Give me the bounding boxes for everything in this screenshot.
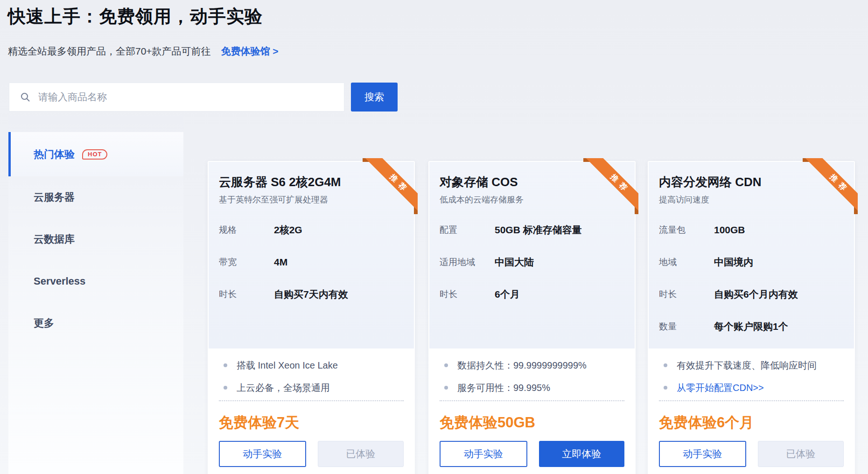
free-experience-hall-link[interactable]: 免费体验馆 >	[221, 46, 278, 56]
hot-badge: HOT	[82, 149, 107, 160]
spec-row: 适用地域中国大陆	[440, 246, 624, 278]
bullet-text: 有效提升下载速度、降低响应时间	[677, 359, 817, 372]
spec-row: 时长自购买7天内有效	[219, 278, 404, 310]
ribbon-fold	[414, 207, 418, 214]
bullet-item: 上云必备，全场景通用	[219, 376, 404, 399]
card-title: 内容分发网络 CDN	[659, 174, 844, 190]
product-card-cdn: 推荐内容分发网络 CDN提高访问速度流量包100GB地域中国境内时长自购买6个月…	[648, 161, 855, 474]
sidebar-item-cvm[interactable]: 云服务器	[8, 176, 183, 218]
hands-on-lab-button[interactable]: 动手实验	[219, 441, 306, 467]
spec-label: 时长	[219, 288, 274, 300]
ribbon-fold	[583, 158, 591, 162]
spec-value: 每个账户限购1个	[714, 320, 788, 333]
sidebar-item-cloud-database[interactable]: 云数据库	[8, 218, 183, 260]
cdn-tutorial-link[interactable]: 从零开始配置CDN>>	[677, 382, 764, 394]
card-body: 搭载 Intel Xeon Ice Lake上云必备，全场景通用免费体验7天动手…	[209, 349, 414, 467]
hands-on-lab-button[interactable]: 动手实验	[440, 441, 527, 467]
bullet-dot-icon	[224, 386, 227, 390]
sidebar-item-label: 更多	[34, 316, 54, 330]
spec-label: 带宽	[219, 256, 274, 268]
bullet-text: 数据持久性：99.9999999999%	[457, 359, 587, 372]
search-button[interactable]: 搜索	[351, 83, 398, 112]
spec-row: 流量包100GB	[659, 214, 844, 246]
card-actions: 动手实验已体验	[659, 441, 844, 467]
page-title: 快速上手：免费领用，动手实验	[8, 5, 263, 28]
bullet-item: 从零开始配置CDN>>	[659, 376, 844, 399]
spec-value: 自购买7天内有效	[274, 288, 348, 301]
spec-label: 流量包	[659, 224, 714, 236]
spec-row: 配置50GB 标准存储容量	[440, 214, 624, 246]
card-header: 对象存储 COS低成本的云端存储服务配置50GB 标准存储容量适用地域中国大陆时…	[429, 162, 635, 349]
free-trial-offer: 免费体验6个月	[659, 412, 844, 433]
card-subtitle: 提高访问速度	[659, 194, 844, 206]
search-input[interactable]	[37, 91, 327, 103]
bullet-item: 搭载 Intel Xeon Ice Lake	[219, 354, 404, 376]
spec-row: 规格2核2G	[219, 214, 404, 246]
spec-label: 配置	[440, 224, 495, 236]
spec-value: 自购买6个月内有效	[714, 288, 798, 301]
card-header: 云服务器 S6 2核2G4M基于英特尔至强可扩展处理器规格2核2G带宽4M时长自…	[209, 162, 414, 349]
product-card-cos: 推荐对象存储 COS低成本的云端存储服务配置50GB 标准存储容量适用地域中国大…	[428, 161, 636, 474]
dotted-divider	[219, 400, 404, 401]
spec-label: 规格	[219, 224, 274, 236]
search-box	[9, 83, 344, 112]
spec-value: 6个月	[495, 288, 520, 301]
spec-row: 时长自购买6个月内有效	[659, 278, 844, 310]
hands-on-lab-button[interactable]: 动手实验	[659, 441, 746, 467]
bullet-item: 服务可用性：99.995%	[440, 376, 624, 399]
bullet-item: 有效提升下载速度、降低响应时间	[659, 354, 844, 376]
card-actions: 动手实验已体验	[219, 441, 404, 467]
free-trial-offer: 免费体验7天	[219, 412, 404, 433]
bullet-text: 服务可用性：99.995%	[457, 382, 550, 394]
bullet-dot-icon	[224, 363, 227, 367]
sidebar-item-label: 云数据库	[34, 232, 75, 246]
bullet-dot-icon	[444, 386, 448, 390]
spec-row: 带宽4M	[219, 246, 404, 278]
spec-value: 100GB	[714, 224, 745, 236]
bullet-item: 数据持久性：99.9999999999%	[440, 354, 624, 376]
ribbon-fold	[635, 207, 638, 214]
spec-label: 地域	[659, 256, 714, 268]
spec-label: 时长	[659, 288, 714, 300]
spec-label: 数量	[659, 321, 714, 333]
ribbon-fold	[854, 207, 858, 214]
page-subtitle: 精选全站最多领用产品，全部70+款产品可前往	[8, 46, 211, 56]
product-card-cvm-s6: 推荐云服务器 S6 2核2G4M基于英特尔至强可扩展处理器规格2核2G带宽4M时…	[208, 161, 415, 474]
ribbon-fold	[803, 158, 810, 162]
card-header: 内容分发网络 CDN提高访问速度流量包100GB地域中国境内时长自购买6个月内有…	[649, 162, 854, 349]
bullet-dot-icon	[664, 363, 667, 367]
spec-value: 4M	[274, 257, 287, 268]
experienced-button[interactable]: 已体验	[318, 441, 404, 467]
card-body: 有效提升下载速度、降低响应时间从零开始配置CDN>>免费体验6个月动手实验已体验	[649, 349, 854, 467]
spec-list: 规格2核2G带宽4M时长自购买7天内有效	[219, 214, 404, 310]
experienced-button[interactable]: 已体验	[758, 441, 844, 467]
sidebar-item-label: 热门体验	[34, 147, 75, 161]
spec-value: 中国境内	[714, 256, 753, 269]
card-subtitle: 基于英特尔至强可扩展处理器	[219, 194, 404, 206]
try-now-button[interactable]: 立即体验	[539, 441, 625, 467]
spec-list: 流量包100GB地域中国境内时长自购买6个月内有效数量每个账户限购1个	[659, 214, 844, 342]
search-icon	[20, 91, 31, 103]
card-body: 数据持久性：99.9999999999%服务可用性：99.995%免费体验50G…	[429, 349, 635, 467]
sidebar-item-more[interactable]: 更多	[8, 302, 183, 344]
free-trial-page: 快速上手：免费领用，动手实验 精选全站最多领用产品，全部70+款产品可前往 免费…	[0, 0, 868, 474]
card-actions: 动手实验立即体验	[440, 441, 624, 467]
card-title: 云服务器 S6 2核2G4M	[219, 174, 404, 190]
dotted-divider	[659, 400, 844, 401]
spec-label: 时长	[440, 288, 495, 300]
spec-row: 数量每个账户限购1个	[659, 310, 844, 342]
sidebar-item-label: 云服务器	[34, 190, 75, 204]
sidebar-item-hot-experience[interactable]: 热门体验HOT	[8, 132, 183, 176]
spec-row: 时长6个月	[440, 278, 624, 310]
bullet-dot-icon	[444, 363, 448, 367]
sidebar-item-serverless[interactable]: Serverless	[8, 260, 183, 302]
card-subtitle: 低成本的云端存储服务	[440, 194, 624, 206]
card-title: 对象存储 COS	[440, 174, 624, 190]
ribbon-fold	[363, 158, 370, 162]
spec-list: 配置50GB 标准存储容量适用地域中国大陆时长6个月	[440, 214, 624, 310]
spec-value: 50GB 标准存储容量	[495, 223, 582, 237]
bullet-dot-icon	[664, 386, 667, 390]
spec-value: 中国大陆	[495, 256, 534, 269]
bullet-text: 上云必备，全场景通用	[237, 382, 330, 394]
dotted-divider	[440, 400, 624, 401]
